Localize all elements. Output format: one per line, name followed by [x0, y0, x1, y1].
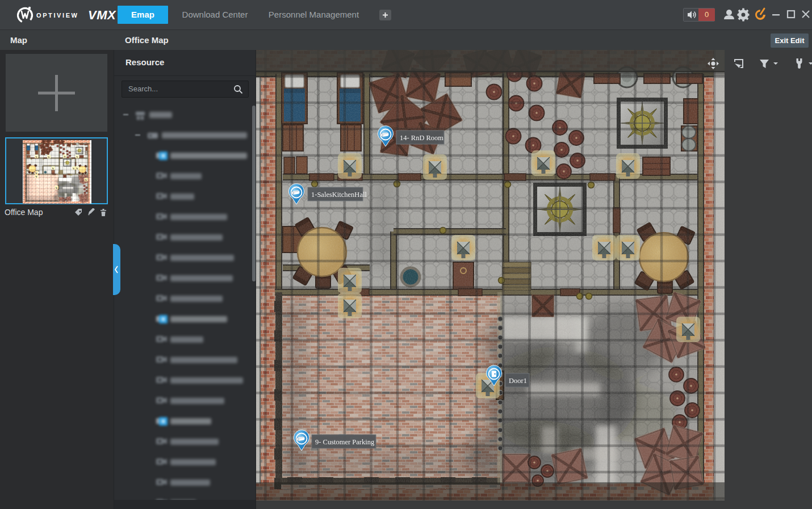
svg-text:14- RnD Room: 14- RnD Room: [400, 134, 443, 142]
svg-text:9- Customer Parking: 9- Customer Parking: [315, 438, 375, 446]
svg-text:Door1: Door1: [509, 377, 527, 385]
svg-text:1-SalesKitchenHall: 1-SalesKitchenHall: [311, 191, 367, 199]
svg-text:OPTIVIEW: OPTIVIEW: [36, 12, 79, 19]
svg-text:VMX: VMX: [88, 8, 116, 22]
